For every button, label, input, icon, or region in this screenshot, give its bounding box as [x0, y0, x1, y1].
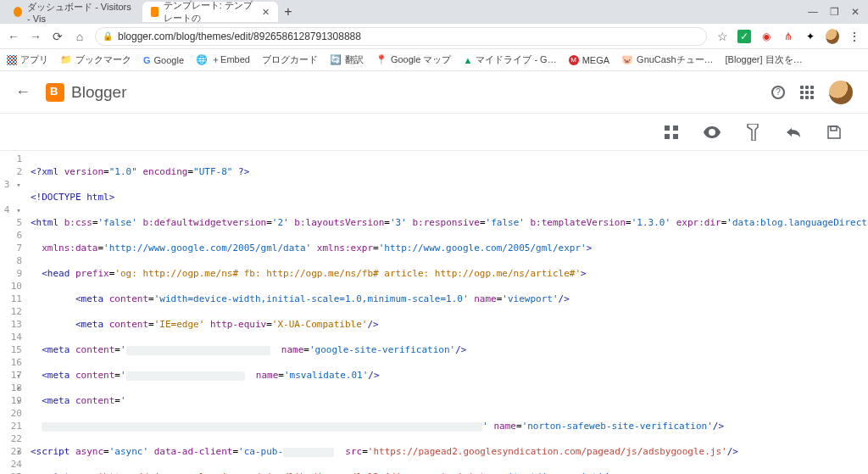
apps-shortcut[interactable]: アプリ	[7, 53, 48, 66]
apps-icon	[7, 55, 17, 65]
url-text: blogger.com/blog/themes/edit/89265861287…	[118, 31, 361, 42]
tab-title: テンプレート: テンプレートの	[164, 0, 257, 25]
nav-back-button[interactable]: ←	[7, 30, 20, 43]
line-number-gutter: 123 ▾4 ▾5678910111213141516 ▾17 ▾18 ▾192…	[0, 151, 27, 474]
code-content[interactable]: <?xml version="1.0" encoding="UTF-8" ?> …	[27, 151, 868, 474]
widgets-button[interactable]	[663, 124, 680, 141]
svg-rect-1	[673, 125, 678, 131]
browser-tab-strip: ダッシュボード - Visitors - Vis テンプレート: テンプレートの…	[0, 0, 868, 24]
bookmark-link[interactable]: ブログカード	[262, 53, 318, 66]
window-close-button[interactable]: ✕	[851, 6, 860, 18]
bookmark-folder[interactable]: 📁 ブックマーク	[60, 53, 131, 66]
svg-rect-0	[665, 125, 670, 131]
bookmark-link[interactable]: M MEGA	[569, 55, 609, 65]
account-avatar[interactable]	[829, 81, 853, 104]
bookmarks-bar: アプリ 📁 ブックマーク G Google 🌐 ＋Embed ブログカード 🔄 …	[0, 49, 868, 71]
extensions-menu-button[interactable]: ✦	[804, 30, 817, 43]
app-header: ← Blogger ?	[0, 71, 868, 114]
blogger-logo-icon	[46, 83, 64, 102]
extension-icon[interactable]: ✓	[737, 30, 751, 43]
bookmark-link[interactable]: 🌐 ＋Embed	[196, 53, 250, 66]
bookmark-link[interactable]: [Blogger] 目次を…	[726, 53, 803, 66]
close-icon[interactable]: ✕	[262, 7, 270, 18]
profile-avatar[interactable]	[826, 30, 839, 43]
preview-button[interactable]	[704, 124, 721, 141]
extensions-area: ✓ ◉ ⋔ ✦ ⋮	[737, 30, 861, 43]
extension-icon[interactable]: ⋔	[782, 30, 795, 43]
app-brand: Blogger	[71, 83, 127, 102]
nav-home-button[interactable]: ⌂	[73, 30, 86, 43]
url-input[interactable]: 🔒 blogger.com/blog/themes/edit/892658612…	[95, 27, 707, 46]
browser-menu-button[interactable]: ⋮	[848, 30, 861, 43]
bookmark-link[interactable]: G Google	[143, 55, 184, 65]
help-button[interactable]: ?	[771, 86, 785, 99]
google-apps-button[interactable]	[800, 86, 814, 99]
window-minimize-button[interactable]: —	[808, 6, 818, 18]
browser-tab-2[interactable]: テンプレート: テンプレートの ✕	[142, 2, 278, 22]
save-button[interactable]	[826, 124, 843, 141]
browser-address-bar: ← → ⟳ ⌂ 🔒 blogger.com/blog/themes/edit/8…	[0, 24, 868, 49]
extension-icon[interactable]: ◉	[760, 30, 773, 43]
nav-reload-button[interactable]: ⟳	[51, 30, 64, 43]
tab-title: ダッシュボード - Visitors - Vis	[27, 1, 132, 24]
browser-tab-1[interactable]: ダッシュボード - Visitors - Vis	[5, 2, 141, 22]
lock-icon: 🔒	[103, 31, 113, 41]
svg-rect-2	[665, 134, 670, 139]
svg-rect-3	[673, 134, 678, 139]
bookmark-star-button[interactable]: ☆	[715, 30, 729, 43]
bookmark-link[interactable]: 📍 Google マップ	[376, 53, 452, 66]
back-arrow-button[interactable]: ←	[15, 83, 31, 101]
editor-toolbar	[0, 114, 868, 151]
favicon-icon	[14, 7, 22, 17]
bookmark-link[interactable]: ▲ マイドライブ - G…	[463, 53, 556, 66]
undo-button[interactable]	[785, 124, 802, 141]
svg-rect-4	[831, 126, 837, 131]
nav-forward-button[interactable]: →	[29, 30, 42, 43]
window-maximize-button[interactable]: ❐	[830, 6, 839, 18]
code-editor[interactable]: 123 ▾4 ▾5678910111213141516 ▾17 ▾18 ▾192…	[0, 151, 868, 474]
bookmark-link[interactable]: 🐷 GnuCashチュー…	[621, 53, 713, 66]
format-button[interactable]	[744, 124, 761, 141]
new-tab-button[interactable]: +	[280, 3, 297, 20]
favicon-icon	[151, 7, 159, 17]
bookmark-link[interactable]: 🔄 翻訳	[330, 53, 364, 66]
